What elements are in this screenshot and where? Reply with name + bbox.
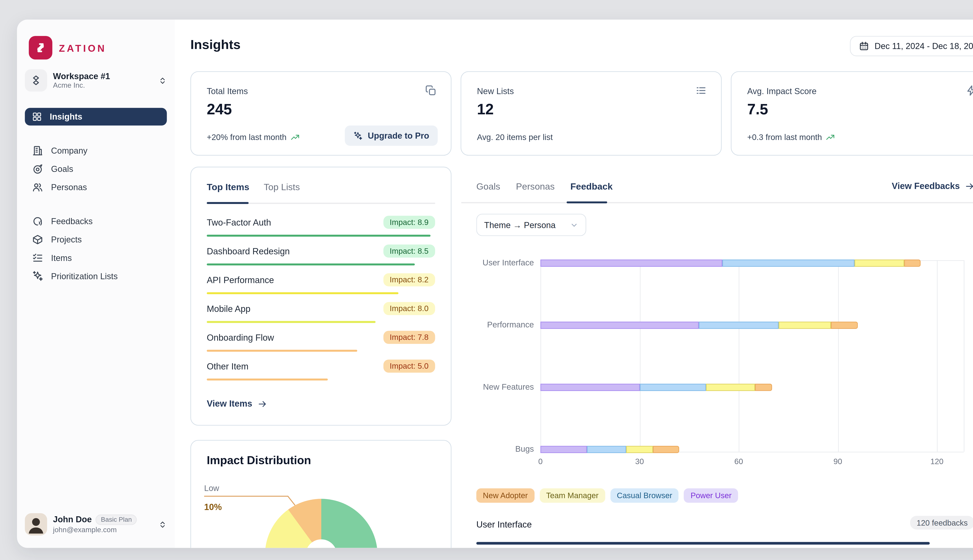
bar-segment-team-manager bbox=[627, 445, 653, 453]
stat-value: 12 bbox=[477, 101, 494, 118]
layers-icon bbox=[25, 69, 47, 92]
impact-badge: Impact: 8.0 bbox=[383, 302, 435, 315]
impact-bar bbox=[207, 378, 328, 380]
calendar-icon bbox=[859, 41, 869, 51]
chevrons-up-down-icon bbox=[159, 76, 167, 85]
tab-goals[interactable]: Goals bbox=[476, 181, 500, 192]
top-item-header: Onboarding FlowImpact: 7.8 bbox=[207, 330, 435, 345]
workspace-info: Workspace #1 Acme Inc. bbox=[53, 71, 152, 90]
top-items-list: Two-Factor AuthImpact: 8.9Dashboard Rede… bbox=[207, 213, 435, 386]
upgrade-to-pro-button[interactable]: Upgrade to Pro bbox=[345, 126, 438, 146]
section-progress-bar bbox=[476, 542, 930, 545]
sidebar-nav-group: CompanyGoalsPersonas bbox=[25, 141, 167, 196]
feedback-tabs: Goals Personas Feedback bbox=[476, 181, 613, 192]
view-feedbacks-link[interactable]: View Feedbacks bbox=[892, 181, 973, 191]
sidebar-item-items[interactable]: Items bbox=[25, 248, 167, 267]
stat-label: New Lists bbox=[477, 86, 514, 96]
speech-icon bbox=[32, 215, 43, 227]
view-feedbacks-label: View Feedbacks bbox=[892, 181, 960, 191]
top-item-row[interactable]: Other ItemImpact: 5.0 bbox=[207, 357, 435, 386]
x-axis-tick: 120 bbox=[930, 457, 943, 466]
sidebar-item-company[interactable]: Company bbox=[25, 141, 167, 160]
sidebar-item-prioritization-lists[interactable]: Prioritization Lists bbox=[25, 267, 167, 285]
workspace-name: Workspace #1 bbox=[53, 71, 152, 81]
top-item-row[interactable]: API PerformanceImpact: 8.2 bbox=[207, 271, 435, 300]
goal-icon bbox=[32, 163, 43, 174]
top-item-name: Two-Factor Auth bbox=[207, 217, 271, 227]
tab-personas[interactable]: Personas bbox=[516, 181, 555, 192]
sidebar-item-goals[interactable]: Goals bbox=[25, 160, 167, 178]
tab-top-lists[interactable]: Top Lists bbox=[264, 182, 300, 192]
bar-segment-new-adopter bbox=[653, 445, 679, 453]
arrow-right-icon bbox=[257, 399, 267, 408]
sidebar-item-insights[interactable]: Insights bbox=[25, 108, 167, 126]
workspace-selector[interactable]: Workspace #1 Acme Inc. bbox=[25, 67, 167, 94]
sidebar-item-label: Personas bbox=[51, 182, 87, 192]
bar-segment-new-adopter bbox=[755, 383, 772, 391]
feedbacks-count-badge: 120 feedbacks bbox=[910, 516, 973, 530]
impact-bar bbox=[207, 263, 415, 265]
sidebar-item-feedbacks[interactable]: Feedbacks bbox=[25, 212, 167, 230]
impact-bar bbox=[207, 235, 430, 237]
top-item-row[interactable]: Dashboard RedesignImpact: 8.5 bbox=[207, 242, 435, 271]
tab-top-items[interactable]: Top Items bbox=[207, 182, 249, 192]
date-range-button[interactable]: Dec 11, 2024 - Dec 18, 2024 bbox=[850, 36, 973, 56]
sidebar-nav: CompanyGoalsPersonasFeedbacksProjectsIte… bbox=[25, 141, 167, 301]
legend-pill-team-manager[interactable]: Team Manager bbox=[540, 488, 605, 503]
sidebar-item-personas[interactable]: Personas bbox=[25, 178, 167, 196]
x-axis-tick: 30 bbox=[635, 457, 644, 466]
impact-badge: Impact: 8.2 bbox=[383, 273, 435, 286]
gridline bbox=[540, 260, 541, 452]
bar-segment-power-user bbox=[540, 383, 639, 391]
y-axis-category-label: Bugs bbox=[461, 445, 534, 453]
user-menu[interactable]: John Doe Basic Plan john@example.com bbox=[25, 510, 167, 539]
impact-bar bbox=[207, 350, 357, 352]
user-email: john@example.com bbox=[53, 525, 152, 534]
chevrons-up-down-icon bbox=[159, 520, 167, 529]
stat-label: Total Items bbox=[207, 86, 248, 96]
legend-pill-new-adopter[interactable]: New Adopter bbox=[476, 488, 534, 503]
bar-segment-power-user bbox=[540, 445, 587, 453]
plot-border bbox=[964, 260, 965, 452]
sparkles-icon bbox=[353, 131, 363, 140]
impact-badge: Impact: 5.0 bbox=[383, 360, 435, 373]
stat-label: Avg. Impact Score bbox=[747, 86, 816, 96]
view-items-link[interactable]: View Items bbox=[207, 399, 267, 408]
top-item-row[interactable]: Mobile AppImpact: 8.0 bbox=[207, 300, 435, 328]
view-items-label: View Items bbox=[207, 399, 252, 408]
x-axis-tick: 0 bbox=[538, 457, 543, 466]
user-info: John Doe Basic Plan john@example.com bbox=[53, 515, 152, 534]
x-axis-tick: 90 bbox=[833, 457, 842, 466]
gridline bbox=[937, 260, 938, 452]
y-axis-category-label: User Interface bbox=[461, 258, 534, 267]
bar-segment-casual-browser bbox=[587, 445, 627, 453]
app-window: ZATION Workspace #1 Acme Inc. Insights C… bbox=[17, 20, 973, 548]
theme-persona-dropdown[interactable]: Theme → Persona bbox=[476, 214, 586, 236]
stat-subtext-label: Avg. 20 items per list bbox=[477, 133, 553, 142]
top-item-header: Mobile AppImpact: 8.0 bbox=[207, 301, 435, 317]
sidebar-item-projects[interactable]: Projects bbox=[25, 230, 167, 248]
top-item-row[interactable]: Onboarding FlowImpact: 7.8 bbox=[207, 328, 435, 357]
zation-logo-icon bbox=[29, 36, 52, 60]
impact-badge: Impact: 7.8 bbox=[383, 331, 435, 344]
stat-value: 7.5 bbox=[747, 101, 768, 118]
legend-pill-casual-browser[interactable]: Casual Browser bbox=[610, 488, 679, 503]
top-item-name: Mobile App bbox=[207, 304, 251, 313]
top-item-name: Dashboard Redesign bbox=[207, 246, 289, 256]
tab-active-indicator bbox=[567, 202, 607, 203]
bar-segment-power-user bbox=[540, 322, 699, 328]
tab-feedback[interactable]: Feedback bbox=[570, 181, 613, 192]
top-item-header: Two-Factor AuthImpact: 8.9 bbox=[207, 215, 435, 230]
stacked-bar-chart: 0306090120User InterfacePerformanceNew F… bbox=[461, 260, 973, 452]
legend-pill-power-user[interactable]: Power User bbox=[684, 488, 738, 503]
top-items-card: Top Items Top Lists Two-Factor AuthImpac… bbox=[190, 167, 451, 425]
top-item-name: Onboarding Flow bbox=[207, 332, 274, 342]
top-item-header: Dashboard RedesignImpact: 8.5 bbox=[207, 243, 435, 259]
impact-bar bbox=[207, 292, 398, 294]
top-item-name: Other Item bbox=[207, 361, 248, 371]
feedback-section-title: User Interface bbox=[476, 520, 532, 530]
top-item-row[interactable]: Two-Factor AuthImpact: 8.9 bbox=[207, 213, 435, 242]
y-axis-category-label: Performance bbox=[461, 320, 534, 329]
arrow-right-icon bbox=[965, 182, 973, 190]
page-title: Insights bbox=[190, 37, 241, 52]
